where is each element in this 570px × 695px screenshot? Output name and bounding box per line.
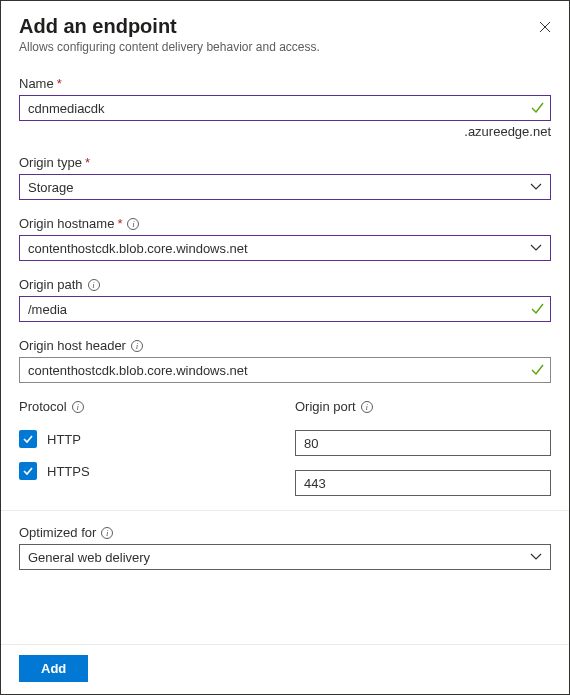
panel-title: Add an endpoint — [19, 15, 320, 38]
origin-path-label: Origin path i — [19, 277, 551, 292]
origin-hostname-select[interactable]: contenthostcdk.blob.core.windows.net — [19, 235, 551, 261]
optimized-for-label: Optimized for i — [19, 525, 551, 540]
optimized-for-value: General web delivery — [28, 550, 150, 565]
https-label: HTTPS — [47, 464, 90, 479]
http-label: HTTP — [47, 432, 81, 447]
origin-port-label: Origin port i — [295, 399, 551, 414]
http-checkbox-row[interactable]: HTTP — [19, 430, 275, 448]
check-icon — [22, 433, 34, 445]
required-mark: * — [85, 155, 90, 170]
panel-subtitle: Allows configuring content delivery beha… — [19, 40, 320, 54]
info-icon[interactable]: i — [101, 527, 113, 539]
close-icon — [539, 21, 551, 33]
check-icon — [22, 465, 34, 477]
origin-hostname-value: contenthostcdk.blob.core.windows.net — [28, 241, 248, 256]
https-checkbox[interactable] — [19, 462, 37, 480]
origin-hostname-label: Origin hostname* i — [19, 216, 551, 231]
check-icon — [530, 101, 544, 115]
check-icon — [530, 302, 544, 316]
info-icon[interactable]: i — [131, 340, 143, 352]
optimized-for-select[interactable]: General web delivery — [19, 544, 551, 570]
http-port-input[interactable] — [295, 430, 551, 456]
origin-host-header-input[interactable] — [19, 357, 551, 383]
name-label: Name* — [19, 76, 551, 91]
name-input[interactable] — [19, 95, 551, 121]
name-suffix: .azureedge.net — [19, 124, 551, 139]
chevron-down-icon — [530, 183, 542, 191]
check-icon — [530, 363, 544, 377]
add-button[interactable]: Add — [19, 655, 88, 682]
origin-path-input[interactable] — [19, 296, 551, 322]
info-icon[interactable]: i — [361, 401, 373, 413]
chevron-down-icon — [530, 553, 542, 561]
info-icon[interactable]: i — [127, 218, 139, 230]
origin-type-label: Origin type* — [19, 155, 551, 170]
info-icon[interactable]: i — [72, 401, 84, 413]
required-mark: * — [57, 76, 62, 91]
https-checkbox-row[interactable]: HTTPS — [19, 462, 275, 480]
https-port-input[interactable] — [295, 470, 551, 496]
chevron-down-icon — [530, 244, 542, 252]
protocol-label: Protocol i — [19, 399, 275, 414]
info-icon[interactable]: i — [88, 279, 100, 291]
required-mark: * — [117, 216, 122, 231]
divider — [1, 510, 569, 511]
origin-type-value: Storage — [28, 180, 74, 195]
http-checkbox[interactable] — [19, 430, 37, 448]
origin-host-header-label: Origin host header i — [19, 338, 551, 353]
close-button[interactable] — [539, 15, 551, 33]
origin-type-select[interactable]: Storage — [19, 174, 551, 200]
footer: Add — [1, 644, 569, 694]
